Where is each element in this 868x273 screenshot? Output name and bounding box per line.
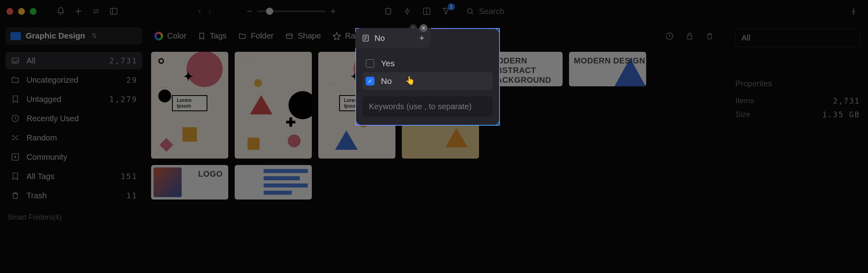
inspector-scope-select[interactable]: All (735, 29, 860, 47)
checkbox-checked-icon[interactable]: ✓ (366, 77, 375, 86)
filter-button[interactable]: 1 (441, 6, 451, 16)
puzzle-icon[interactable] (383, 6, 393, 16)
thumbnail-card[interactable]: LOGO (151, 165, 228, 200)
sidebar-count: 11 (126, 191, 137, 200)
zoom-slider[interactable]: − + (247, 6, 336, 17)
thumbnail-card[interactable]: ✚ 〰 (235, 52, 312, 159)
filter-label: Tags (210, 31, 227, 41)
inspector-section-heading: Properties (735, 79, 860, 88)
sidebar-count: 2,731 (109, 56, 137, 65)
filter-shape[interactable]: Shape (285, 31, 321, 41)
search-icon (466, 7, 474, 15)
property-key: Items (735, 96, 754, 105)
sidebar: Graphic Design ⇅ All 2,731 Uncategorized… (0, 22, 148, 273)
filter-color[interactable]: Color (154, 31, 186, 41)
sidebar-item-community[interactable]: Community (6, 148, 142, 166)
inspector-panel: All Properties Items 2,731 Size 1.35 GB (727, 22, 868, 273)
trash-icon[interactable] (705, 31, 714, 41)
select-label: All (741, 33, 750, 42)
thumbnail-card[interactable]: MODERN DESIGN (569, 52, 646, 86)
sidebar-label: Uncategorized (27, 75, 120, 85)
clock-icon (10, 114, 20, 123)
layout-icon[interactable] (422, 6, 432, 16)
trash-icon (10, 191, 20, 200)
popover-option-no[interactable]: ✓ No 👆 (362, 72, 493, 90)
swap-icon[interactable] (91, 6, 101, 16)
thumbnail-card[interactable]: ✦ 〰 Lorem Ipsum (151, 52, 228, 159)
filter-label: Shape (298, 31, 321, 41)
library-folder-icon (10, 32, 21, 40)
library-selector[interactable]: Graphic Design ⇅ (6, 27, 142, 45)
thumbnail-card[interactable] (235, 165, 312, 200)
color-ring-icon (154, 32, 163, 41)
thumbnail-size-slider[interactable] (257, 10, 326, 12)
note-icon (362, 34, 370, 42)
filter-folder[interactable]: Folder (238, 31, 274, 41)
lock-icon[interactable] (685, 31, 694, 41)
option-label: Yes (381, 59, 395, 68)
sidebar-label: Random (27, 133, 137, 143)
popover-option-yes[interactable]: Yes (362, 55, 493, 72)
download-box-icon (10, 152, 20, 162)
sidebar-count: 1,279 (109, 94, 137, 104)
input-placeholder: Keywords (use , to separate) (369, 102, 472, 111)
card-title: MODERN ABSTRACT BACKGROUND (490, 56, 563, 85)
popover-tab-label: No (375, 34, 385, 43)
tab-close-icon[interactable]: ✕ (420, 24, 428, 32)
filter-tags[interactable]: Tags (198, 31, 227, 41)
zoom-in-button[interactable]: + (330, 6, 336, 17)
svg-rect-0 (111, 8, 117, 14)
plus-icon[interactable] (74, 6, 83, 16)
sidebar-item-untagged[interactable]: Untagged 1,279 (6, 90, 142, 108)
property-key: Size (735, 110, 750, 119)
zoom-window-button[interactable] (30, 8, 37, 15)
sidebar-item-all-tags[interactable]: All Tags 151 (6, 167, 142, 185)
svg-rect-8 (687, 35, 692, 39)
checkbox-unchecked-icon[interactable] (366, 59, 375, 68)
smart-folders-heading[interactable]: Smart Folders(4) (6, 213, 142, 222)
sidebar-toggle-icon[interactable] (109, 6, 119, 16)
property-row: Size 1.35 GB (735, 108, 860, 121)
search-field[interactable] (466, 7, 527, 16)
sidebar-item-random[interactable]: Random (6, 129, 142, 147)
card-label: Lorem Ipsum (172, 95, 207, 111)
shape-icon (285, 32, 294, 40)
back-button[interactable]: ‹ (198, 6, 201, 16)
property-row: Items 2,731 (735, 94, 860, 108)
sidebar-item-trash[interactable]: Trash 11 (6, 187, 142, 204)
keywords-input[interactable]: Keywords (use , to separate) (362, 96, 493, 117)
svg-point-2 (467, 8, 472, 13)
sidebar-label: All Tags (27, 172, 114, 181)
sidebar-item-uncategorized[interactable]: Uncategorized 29 (6, 71, 142, 89)
close-window-button[interactable] (6, 8, 13, 15)
minimize-window-button[interactable] (18, 8, 25, 15)
sidebar-label: All (27, 56, 103, 65)
search-input[interactable] (479, 7, 527, 16)
svg-rect-6 (286, 34, 292, 39)
sidebar-item-recently-used[interactable]: Recently Used (6, 110, 142, 127)
inbox-icon (10, 56, 20, 65)
zoom-out-button[interactable]: − (247, 6, 252, 17)
property-value: 2,731 (833, 96, 860, 105)
folder-hash-icon (10, 75, 20, 85)
forward-button[interactable]: › (208, 6, 211, 16)
sidebar-count: 29 (126, 75, 137, 85)
bookmark-hash-icon (10, 94, 20, 104)
add-tab-button[interactable]: + (419, 33, 424, 43)
pin-icon[interactable] (849, 6, 858, 16)
sidebar-count: 151 (121, 171, 137, 181)
star-icon (332, 32, 341, 41)
bolt-icon[interactable] (403, 6, 412, 16)
library-name: Graphic Design (26, 31, 85, 41)
notes-filter-popover: No + ✕ Yes ✓ No 👆 Keywords (use , to sep… (355, 28, 500, 126)
filter-label: Color (167, 31, 186, 41)
sidebar-label: Community (27, 153, 137, 162)
chevron-updown-icon: ⇅ (92, 32, 97, 40)
bell-icon[interactable] (56, 6, 66, 16)
popover-tab[interactable]: No + ✕ (355, 28, 431, 48)
card-title: MODERN DESIGN (574, 56, 645, 65)
property-value: 1.35 GB (822, 110, 860, 119)
history-icon[interactable] (665, 31, 674, 41)
folder-icon (238, 32, 247, 40)
sidebar-item-all[interactable]: All 2,731 (6, 52, 142, 69)
